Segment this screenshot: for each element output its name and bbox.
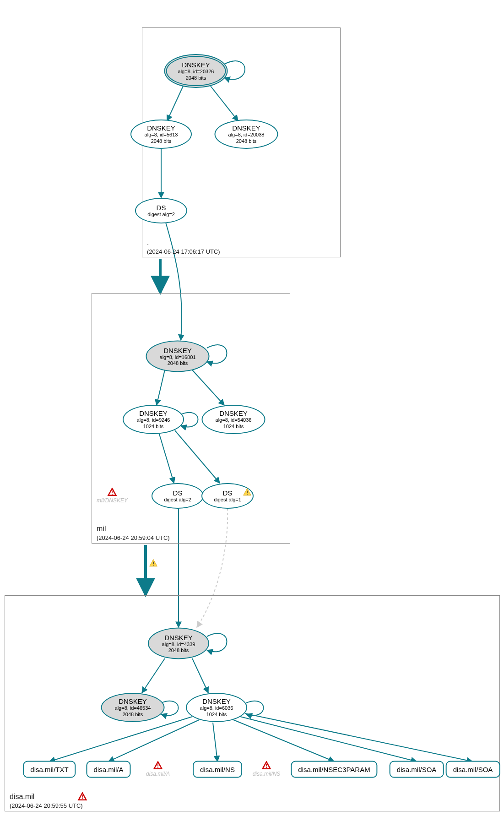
zone-root-timestamp: (2024-06-24 17:06:17 UTC) (147, 248, 220, 255)
node-disa-zsk2: DNSKEY alg=8, id=6036 1024 bits (186, 693, 247, 722)
node-root-ksk: DNSKEY alg=8, id=20326 2048 bits (164, 54, 228, 88)
svg-rect-4 (153, 562, 154, 564)
svg-rect-0 (112, 491, 113, 493)
warning-icon (153, 761, 163, 770)
node-disa-zsk1: DNSKEY alg=8, id=46534 2048 bits (101, 693, 165, 722)
rr-txt: disa.mil/TXT (23, 761, 76, 778)
svg-rect-8 (266, 764, 267, 767)
node-mil-ds1: DS digest alg=2 (152, 483, 204, 509)
svg-rect-9 (266, 767, 267, 768)
zone-disa-timestamp: (2024-06-24 20:59:55 UTC) (10, 802, 83, 809)
svg-rect-3 (247, 494, 248, 495)
svg-rect-10 (82, 795, 83, 798)
zone-disa: disa.mil (2024-06-24 20:59:55 UTC) (5, 595, 500, 811)
svg-rect-1 (112, 494, 113, 495)
rr-ns: disa.mil/NS (193, 761, 242, 778)
warning-icon (261, 761, 271, 770)
rr-soa1: disa.mil/SOA (390, 761, 444, 778)
node-mil-zsk2: DNSKEY alg=8, id=54036 1024 bits (202, 405, 266, 434)
rr-a: disa.mil/A (86, 761, 130, 778)
svg-rect-2 (247, 491, 248, 493)
warning-icon (242, 488, 252, 497)
node-mil-zsk1: DNSKEY alg=8, id=9246 1024 bits (123, 405, 184, 434)
zone-mil-timestamp: (2024-06-24 20:59:04 UTC) (97, 534, 170, 541)
svg-rect-5 (153, 565, 154, 566)
rr-soa2: disa.mil/SOA (446, 761, 500, 778)
svg-rect-7 (157, 767, 158, 768)
node-root-ds: DS digest alg=2 (135, 198, 187, 223)
warning-icon (148, 559, 158, 568)
svg-rect-6 (157, 764, 158, 767)
ghost-mil-dnskey: mil/DNSKEY (97, 497, 128, 504)
warning-icon (107, 488, 117, 497)
rr-nsec3param: disa.mil/NSEC3PARAM (291, 761, 377, 778)
zone-disa-name: disa.mil (10, 793, 34, 801)
node-mil-ksk: DNSKEY alg=8, id=16801 2048 bits (146, 341, 210, 372)
ghost-disa-a: disa.mil/A (146, 771, 170, 777)
zone-mil-name: mil (97, 525, 106, 533)
warning-icon (77, 792, 87, 801)
svg-rect-11 (82, 798, 83, 799)
node-root-zsk1: DNSKEY alg=8, id=5613 2048 bits (130, 120, 192, 149)
ghost-disa-ns: disa.mil/NS (253, 771, 281, 777)
node-disa-ksk: DNSKEY alg=8, id=4339 2048 bits (148, 628, 209, 659)
node-root-zsk2: DNSKEY alg=8, id=20038 2048 bits (215, 120, 278, 149)
zone-root-name: . (147, 239, 149, 247)
